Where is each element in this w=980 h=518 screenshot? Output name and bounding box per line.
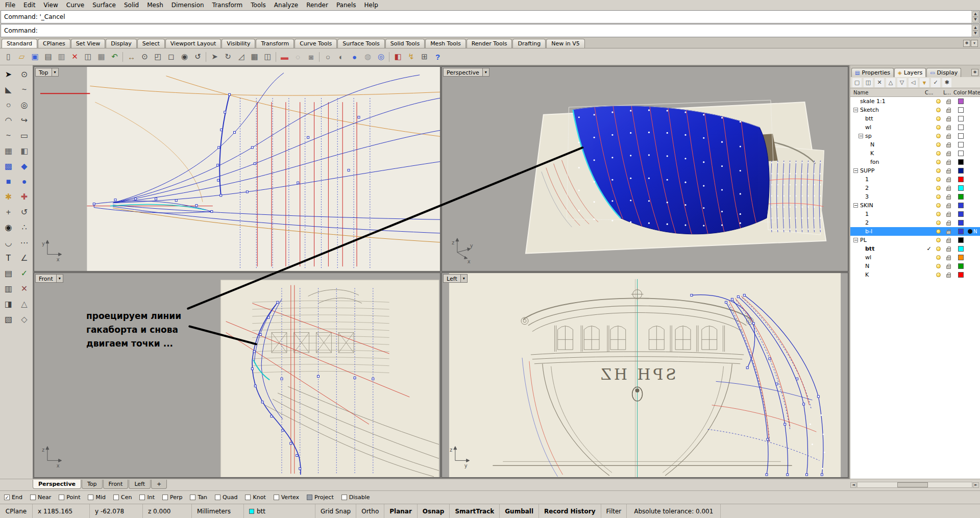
layer-row-sketch-1[interactable]: −Sketch	[850, 106, 980, 114]
ellipse-tool-icon-button[interactable]: ◎	[17, 97, 32, 112]
status-x[interactable]: x 1185.165	[33, 504, 90, 518]
layer-lock-icon[interactable]	[943, 273, 953, 278]
layer-row-btt-2[interactable]: btt	[850, 114, 980, 123]
ghosted-view-icon-button[interactable]: ◍	[361, 51, 374, 63]
viewport-left[interactable]: SPH HZ	[442, 273, 848, 478]
viewport-title-perspective[interactable]: Perspective ▾	[443, 68, 489, 77]
help-icon-button[interactable]: ?	[431, 51, 444, 63]
layer-color-swatch[interactable]	[953, 185, 968, 191]
scroll-up-icon[interactable]: ▲	[972, 11, 978, 17]
print-icon-button[interactable]: ▤	[42, 51, 55, 63]
menu-view[interactable]: View	[39, 1, 62, 9]
layer-lock-icon[interactable]	[943, 229, 953, 234]
menu-analyze[interactable]: Analyze	[270, 1, 302, 9]
layer-row-fon-7[interactable]: fon	[850, 158, 980, 166]
viewport-front[interactable]: z x Front ▾	[34, 273, 440, 478]
layer-visibility-bulb-icon[interactable]	[933, 160, 943, 164]
status-history[interactable]: Record History	[539, 504, 601, 518]
hide-icon-button[interactable]: ◌	[291, 51, 304, 63]
layer-color-swatch[interactable]	[953, 255, 968, 260]
text-tool-icon-button[interactable]: T	[1, 251, 16, 265]
layer-row-2-10[interactable]: 2	[850, 184, 980, 192]
layer-lock-icon[interactable]	[943, 212, 953, 217]
rotate-tool-icon-button[interactable]: ↺	[17, 205, 32, 219]
sphere-tool-icon-button[interactable]: ●	[17, 174, 32, 189]
toolbar-tab-render-tools[interactable]: Render Tools	[467, 39, 512, 48]
chevron-down-icon[interactable]: ▾	[460, 275, 467, 282]
status-units[interactable]: Millimeters	[192, 504, 244, 518]
status-smarttrack[interactable]: SmartTrack	[450, 504, 500, 518]
rotate-icon-button[interactable]: ↻	[222, 51, 234, 63]
layer-lock-icon[interactable]	[943, 108, 953, 113]
viewport-perspective[interactable]: z y x Perspective ▾	[442, 66, 848, 272]
pan-icon-button[interactable]: ↔	[125, 51, 138, 63]
osnap-quad[interactable]: Quad	[215, 494, 237, 501]
scroll-down-icon[interactable]: ▼	[972, 31, 978, 36]
layer-color-swatch[interactable]	[953, 237, 968, 243]
viewport-tab-left[interactable]: Left	[129, 480, 151, 489]
panel-tab-layers[interactable]: ◈Layers	[894, 68, 926, 77]
layer-lock-icon[interactable]	[943, 246, 953, 252]
copy-icon-button[interactable]: ◫	[82, 51, 94, 63]
viewport-tab-perspective[interactable]: Perspective	[33, 480, 81, 489]
layer-color-swatch[interactable]	[953, 98, 968, 104]
rectangle-tool-icon-button[interactable]: ▭	[17, 128, 32, 143]
layer-color-swatch[interactable]	[953, 177, 968, 182]
checkbox-point[interactable]	[59, 495, 64, 500]
layer-row-skale-1-1-0[interactable]: skale 1:1	[850, 97, 980, 106]
command-prompt-scrollbar[interactable]: ▲ ▼	[971, 24, 979, 37]
point-tool-icon-button[interactable]: ⊙	[17, 67, 32, 82]
osnap-point[interactable]: Point	[59, 494, 80, 501]
scroll-right-icon[interactable]: ►	[973, 482, 979, 488]
panel-tab-properties[interactable]: ▤Properties	[851, 68, 894, 77]
layer-visibility-bulb-icon[interactable]	[933, 255, 943, 260]
grid-options-icon-button[interactable]: ⊞	[418, 51, 431, 63]
toolbar-tab-display[interactable]: Display	[106, 39, 137, 48]
layer-row-n-5[interactable]: N	[850, 140, 980, 149]
diamond-tool-icon-button[interactable]: ◇	[17, 312, 32, 327]
move-up-icon-button[interactable]: △	[886, 78, 895, 87]
layer-row-2-14[interactable]: 2	[850, 218, 980, 227]
grid-tool-icon-button[interactable]: ▥	[1, 281, 16, 296]
toolbar-tab-viewport-layout[interactable]: Viewport Layout	[165, 39, 222, 48]
layer-lock-icon[interactable]	[943, 116, 953, 121]
layer-lock-icon[interactable]	[943, 151, 953, 156]
status-layer[interactable]: btt	[244, 504, 315, 518]
menu-transform[interactable]: Transform	[208, 1, 247, 9]
status-y[interactable]: y -62.078	[90, 504, 143, 518]
layer-color-swatch[interactable]	[953, 220, 968, 226]
layer-row-b-l-15[interactable]: b-lN	[850, 227, 980, 236]
layer-color-swatch[interactable]	[953, 159, 968, 165]
viewport-tab-front[interactable]: Front	[103, 480, 129, 489]
layer-current-check[interactable]: ✓	[925, 245, 933, 252]
checkbox-disable[interactable]	[341, 495, 347, 500]
point-cloud-tool-icon-button[interactable]: ◉	[1, 220, 16, 235]
osnap-knot[interactable]: Knot	[245, 494, 265, 501]
layer-visibility-bulb-icon[interactable]	[933, 186, 943, 190]
wireframe-view-icon-button[interactable]: ○	[322, 51, 334, 63]
layer-visibility-bulb-icon[interactable]	[933, 142, 943, 147]
layer-visibility-bulb-icon[interactable]	[933, 151, 943, 156]
toolbar-tab-solid-tools[interactable]: Solid Tools	[385, 39, 425, 48]
layer-color-swatch[interactable]	[953, 263, 968, 269]
toolbar-tab-standard[interactable]: Standard	[2, 39, 37, 48]
layer-lock-icon[interactable]	[943, 264, 953, 269]
layer-visibility-bulb-icon[interactable]	[933, 99, 943, 104]
menu-surface[interactable]: Surface	[88, 1, 120, 9]
dots-tool-icon-button[interactable]: ∴	[17, 220, 32, 235]
open-file-icon-button[interactable]: ▱	[15, 51, 28, 63]
layer-color-swatch[interactable]	[953, 125, 968, 130]
panel-tab-display[interactable]: ▭Display	[926, 68, 961, 77]
menu-tools[interactable]: Tools	[247, 1, 270, 9]
layer-lock-icon[interactable]	[943, 160, 953, 165]
zoom-dynamic-icon-button[interactable]: ⊙	[138, 51, 151, 63]
expand-collapse-icon-button[interactable]: ◁	[909, 78, 918, 87]
scroll-left-icon[interactable]: ◄	[850, 482, 856, 488]
checkbox-end[interactable]: ✓	[4, 495, 10, 500]
status-filter[interactable]: Filter	[601, 504, 627, 518]
print-preview-icon-button[interactable]: ▥	[55, 51, 68, 63]
move-tool-icon-button[interactable]: +	[1, 205, 16, 219]
circle-tool-icon-button[interactable]: ○	[1, 97, 16, 112]
paste-icon-button[interactable]: ▦	[95, 51, 108, 63]
chevron-down-icon[interactable]: ▾	[52, 68, 58, 76]
